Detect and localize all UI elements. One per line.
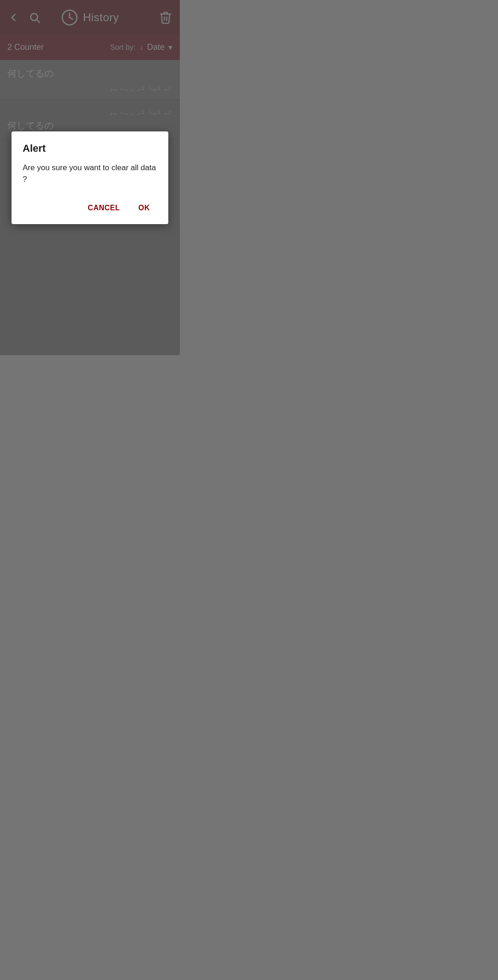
modal-overlay: Alert Are you sure you want to clear all…: [0, 0, 180, 355]
dialog-title: Alert: [23, 143, 157, 154]
cancel-button[interactable]: CANCEL: [80, 199, 127, 217]
dialog-actions: CANCEL OK: [23, 199, 157, 220]
ok-button[interactable]: OK: [131, 199, 157, 217]
alert-dialog: Alert Are you sure you want to clear all…: [12, 131, 168, 224]
dialog-message: Are you sure you want to clear all data …: [23, 162, 157, 185]
